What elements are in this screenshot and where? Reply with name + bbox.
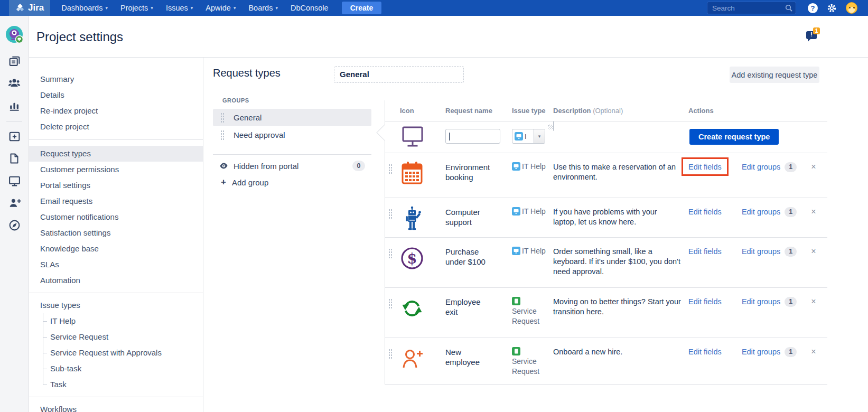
queues-icon[interactable]	[7, 53, 22, 68]
edit-groups-link[interactable]: Edit groups	[742, 162, 780, 172]
settings-item-satisfaction-settings[interactable]: Satisfaction settings	[29, 225, 203, 241]
drag-handle-icon[interactable]	[220, 113, 224, 123]
table-row: Employee exit Service Request Moving on …	[385, 288, 827, 338]
edit-fields-link[interactable]: Edit fields	[688, 347, 722, 357]
jira-logo[interactable]: Jira	[9, 0, 50, 16]
settings-item-customer-permissions[interactable]: Customer permissions	[29, 162, 203, 177]
user-avatar[interactable]	[846, 2, 857, 14]
settings-item-automation[interactable]: Automation	[29, 273, 203, 288]
group-name-inline-edit[interactable]: General	[334, 66, 464, 83]
drag-handle-icon[interactable]	[388, 298, 392, 308]
settings-item-slas[interactable]: SLAs	[29, 257, 203, 273]
settings-item-request-types[interactable]: Request types	[29, 146, 203, 162]
monitor-icon[interactable]	[7, 173, 22, 188]
feedback-bubble-icon[interactable]: ! 1	[806, 29, 822, 43]
reports-icon[interactable]	[7, 98, 22, 113]
col-icon: Icon	[400, 107, 445, 115]
main-menu: Dashboards▾ Projects▾ Issues▾ Apwide▾ Bo…	[55, 0, 334, 16]
person-add-icon	[400, 345, 445, 374]
plus-icon: +	[219, 177, 228, 188]
edit-groups-link[interactable]: Edit groups	[742, 297, 780, 307]
service-request-issue-type-icon	[512, 297, 520, 305]
issue-type-service-request-approvals[interactable]: Service Request with Approvals	[29, 345, 203, 361]
nav-projects[interactable]: Projects▾	[115, 0, 159, 16]
search-input[interactable]	[707, 2, 796, 14]
request-icon-picker-monitor-icon[interactable]	[400, 125, 445, 151]
drag-handle-icon[interactable]	[388, 248, 392, 258]
hidden-from-portal-item[interactable]: Hidden from portal 0	[213, 160, 371, 172]
project-avatar[interactable]	[5, 25, 24, 46]
settings-item-delete[interactable]: Delete project	[29, 119, 203, 135]
issue-type-service-request[interactable]: Service Request	[29, 329, 203, 345]
remove-request-type-icon[interactable]: ×	[811, 347, 816, 357]
service-request-issue-type-icon	[512, 347, 520, 355]
chevron-down-icon: ▾	[105, 5, 108, 11]
col-actions: Actions	[688, 107, 827, 115]
issue-type-task[interactable]: Task	[29, 377, 203, 392]
gear-icon[interactable]	[827, 3, 837, 13]
request-name-input[interactable]	[445, 129, 500, 144]
drag-handle-icon[interactable]	[388, 164, 392, 174]
nav-dashboards[interactable]: Dashboards▾	[55, 0, 114, 16]
table-row: Environment booking IT Help Use this to …	[385, 153, 827, 198]
help-icon[interactable]: ?	[808, 3, 818, 13]
edit-groups-link[interactable]: Edit groups	[742, 347, 780, 357]
nav-dbconsole[interactable]: DbConsole	[285, 0, 334, 16]
col-request-name: Request name	[445, 107, 512, 115]
add-existing-request-type-button[interactable]: Add existing request type	[730, 67, 819, 83]
remove-request-type-icon[interactable]: ×	[811, 162, 816, 172]
brand-name: Jira	[28, 3, 44, 13]
edit-fields-link[interactable]: Edit fields	[688, 207, 722, 217]
add-item-icon[interactable]	[7, 129, 22, 144]
request-name: Computer support	[445, 207, 491, 227]
dropdown-arrow-icon[interactable]: ▾	[534, 129, 545, 143]
settings-nav: Summary Details Re-index project Delete …	[29, 58, 203, 412]
settings-item-summary[interactable]: Summary	[29, 71, 203, 87]
nav-apwide[interactable]: Apwide▾	[200, 0, 241, 16]
settings-item-email-requests[interactable]: Email requests	[29, 193, 203, 209]
drag-handle-icon[interactable]	[220, 130, 224, 140]
issue-type-cell: IT Help	[512, 162, 546, 172]
settings-item-portal-settings[interactable]: Portal settings	[29, 177, 203, 193]
drag-handle-icon[interactable]	[388, 209, 392, 219]
it-help-issue-type-icon	[512, 207, 520, 216]
drag-handle-icon[interactable]	[388, 349, 392, 359]
invite-person-icon[interactable]	[7, 195, 22, 210]
dollar-icon: $	[400, 245, 445, 274]
create-button[interactable]: Create	[342, 2, 382, 14]
nav-boards[interactable]: Boards▾	[242, 0, 283, 16]
settings-item-issue-types[interactable]: Issue types	[29, 297, 203, 313]
issue-type-it-help[interactable]: IT Help	[29, 313, 203, 329]
nav-issues[interactable]: Issues▾	[160, 0, 199, 16]
resize-handle[interactable]	[548, 125, 553, 129]
document-icon[interactable]	[7, 151, 22, 166]
request-name: New employee	[445, 347, 491, 367]
chevron-down-icon: ▾	[151, 5, 153, 11]
edit-fields-link[interactable]: Edit fields	[688, 247, 722, 257]
issue-type-select[interactable]: I ▾	[512, 129, 545, 144]
groups-count-badge: 1	[785, 347, 797, 357]
edit-fields-link[interactable]: Edit fields	[688, 163, 722, 171]
settings-item-details[interactable]: Details	[29, 87, 203, 103]
group-item-general[interactable]: General	[213, 109, 371, 126]
customers-icon[interactable]	[7, 76, 22, 90]
edit-groups-link[interactable]: Edit groups	[742, 247, 780, 257]
add-group-button[interactable]: + Add group	[213, 176, 371, 188]
chevron-down-icon: ▾	[234, 5, 236, 11]
group-item-need-approval[interactable]: Need approval	[213, 126, 371, 144]
request-name: Environment booking	[445, 162, 491, 182]
description-textarea[interactable]	[553, 121, 554, 131]
edit-fields-link[interactable]: Edit fields	[688, 297, 722, 307]
settings-item-customer-notifications[interactable]: Customer notifications	[29, 209, 203, 225]
remove-request-type-icon[interactable]: ×	[811, 207, 816, 217]
issue-type-sub-task[interactable]: Sub-task	[29, 361, 203, 377]
settings-item-reindex[interactable]: Re-index project	[29, 103, 203, 119]
compass-icon[interactable]	[7, 218, 22, 232]
edit-groups-link[interactable]: Edit groups	[742, 207, 780, 217]
settings-item-knowledge-base[interactable]: Knowledge base	[29, 241, 203, 257]
eye-icon	[219, 162, 228, 170]
create-request-type-button[interactable]: Create request type	[689, 129, 779, 145]
remove-request-type-icon[interactable]: ×	[811, 297, 816, 306]
settings-item-workflows[interactable]: Workflows	[29, 401, 203, 412]
remove-request-type-icon[interactable]: ×	[811, 247, 816, 256]
